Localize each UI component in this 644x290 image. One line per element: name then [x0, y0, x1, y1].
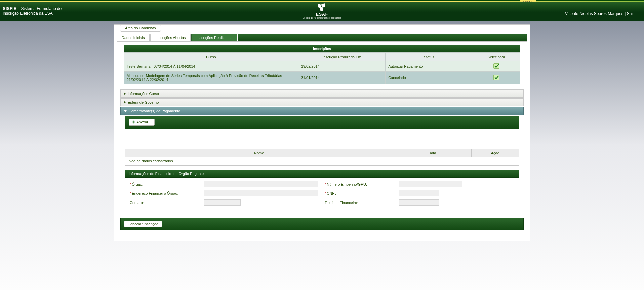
- cancelar-inscricao-button[interactable]: Cancelar Inscrição: [124, 221, 162, 227]
- orgao-input[interactable]: [204, 181, 318, 187]
- anexar-label: Anexar...: [136, 120, 151, 124]
- contato-input[interactable]: [204, 199, 241, 206]
- accordion-label: Comprovante(s) de Pagamento: [129, 109, 180, 113]
- col-status: Status: [386, 53, 473, 61]
- tab-inscricoes-abertas[interactable]: Inscrições Abertas: [150, 34, 191, 41]
- svg-rect-1: [321, 3, 325, 7]
- label-numero: Número Empenho/GRU:: [327, 182, 367, 186]
- telefone-input[interactable]: [399, 199, 439, 206]
- accordion-label: Esfera de Governo: [128, 100, 159, 104]
- cell-data: 31/01/2014: [298, 72, 385, 84]
- tabs: Dados Iniciais Inscrições Abertas Inscri…: [117, 34, 527, 41]
- col-acao: Ação: [472, 149, 519, 157]
- col-data: Data: [393, 149, 472, 157]
- title-bold: SISFIE: [3, 6, 16, 11]
- cell-status: Autorizar Pagamento: [386, 61, 473, 72]
- caret-right-icon: [124, 101, 126, 104]
- financeiro-section: Informações do Financeiro do Órgão Pagan…: [125, 170, 519, 210]
- tab-dados-iniciais[interactable]: Dados Iniciais: [117, 34, 150, 41]
- cell-data: 19/02/2014: [298, 61, 385, 72]
- app-header: SISFIE – Sistema Formulário de Inscrição…: [0, 2, 644, 21]
- separator: |: [623, 11, 627, 16]
- accordion-label: Informações Curso: [128, 92, 159, 96]
- plus-icon: ✚: [132, 120, 135, 124]
- logo-sub: Escola de Administração Fazendária: [303, 17, 341, 19]
- inscricoes-title: Inscrições: [124, 45, 520, 52]
- col-curso: Curso: [124, 53, 298, 61]
- anexar-button[interactable]: ✚Anexar...: [129, 119, 155, 126]
- fieldset-label: Área do Candidato: [120, 24, 161, 32]
- financeiro-title: Informações do Financeiro do Órgão Pagan…: [125, 170, 519, 178]
- col-selecionar: Selecionar: [473, 53, 520, 61]
- label-contato: Contato:: [130, 201, 144, 205]
- cell-curso: Teste Semana - 07/04/2014 Ã 11/04/2014: [124, 61, 298, 72]
- cell-status: Cancelado: [386, 72, 473, 84]
- tabstrip-fill: [238, 34, 527, 41]
- cnpj-input[interactable]: [399, 190, 439, 196]
- svg-rect-2: [320, 7, 324, 11]
- accordion: Informações Curso Esfera de Governo Comp…: [120, 89, 524, 210]
- caret-right-icon: [124, 92, 126, 95]
- numero-empenho-input[interactable]: [399, 181, 462, 187]
- select-row-button[interactable]: [493, 63, 499, 69]
- tab-panel: Inscrições Curso Inscrição Realizada Em …: [117, 41, 527, 234]
- attachments-table: Nome Data Ação Não há dados cadastrados: [125, 149, 519, 166]
- cell-curso: Minicurso - Modelagem de Séries Temporai…: [124, 72, 298, 84]
- select-row-button[interactable]: [493, 75, 499, 80]
- user-area: Vicente Nicolas Soares Marques | Sair: [565, 11, 634, 16]
- label-telefone: Telefone Financeiro:: [325, 201, 358, 205]
- table-row: Minicurso - Modelagem de Séries Temporai…: [124, 72, 520, 84]
- label-endereco: Endereço Financeiro Órgão:: [132, 191, 178, 195]
- main-panel: Área do Candidato Dados Iniciais Inscriç…: [114, 24, 530, 241]
- title-rest: – Sistema Formulário de: [16, 6, 62, 11]
- endereco-input[interactable]: [204, 190, 318, 196]
- logo-caption: ESAF: [303, 12, 341, 17]
- table-row-empty: Não há dados cadastrados: [125, 157, 519, 166]
- inscricoes-table: Curso Inscrição Realizada Em Status Sele…: [124, 52, 520, 84]
- anexar-bar: ✚Anexar...: [125, 116, 519, 129]
- logout-link[interactable]: Sair: [627, 11, 634, 16]
- tab-inscricoes-realizadas[interactable]: Inscrições Realizadas: [191, 34, 237, 41]
- footer-bar: Cancelar Inscrição: [120, 218, 524, 230]
- accordion-comprovantes-pagamento[interactable]: Comprovante(s) de Pagamento: [120, 107, 524, 115]
- user-name: Vicente Nicolas Soares Marques: [565, 11, 623, 16]
- empty-message: Não há dados cadastrados: [125, 157, 519, 166]
- app-title: SISFIE – Sistema Formulário de Inscrição…: [3, 6, 62, 16]
- col-data: Inscrição Realizada Em: [298, 53, 385, 61]
- table-row: Teste Semana - 07/04/2014 Ã 11/04/2014 1…: [124, 61, 520, 72]
- col-nome: Nome: [125, 149, 393, 157]
- accordion-esfera-governo[interactable]: Esfera de Governo: [120, 98, 524, 106]
- esaf-logo: ESAF Escola de Administração Fazendária: [303, 3, 341, 19]
- accordion-informacoes-curso[interactable]: Informações Curso: [120, 89, 524, 98]
- label-orgao: Órgão:: [132, 182, 143, 186]
- label-cnpj: CNPJ:: [327, 191, 337, 195]
- title-line2: Inscrição Eletrônica da ESAF: [3, 11, 62, 16]
- caret-down-icon: [124, 110, 127, 112]
